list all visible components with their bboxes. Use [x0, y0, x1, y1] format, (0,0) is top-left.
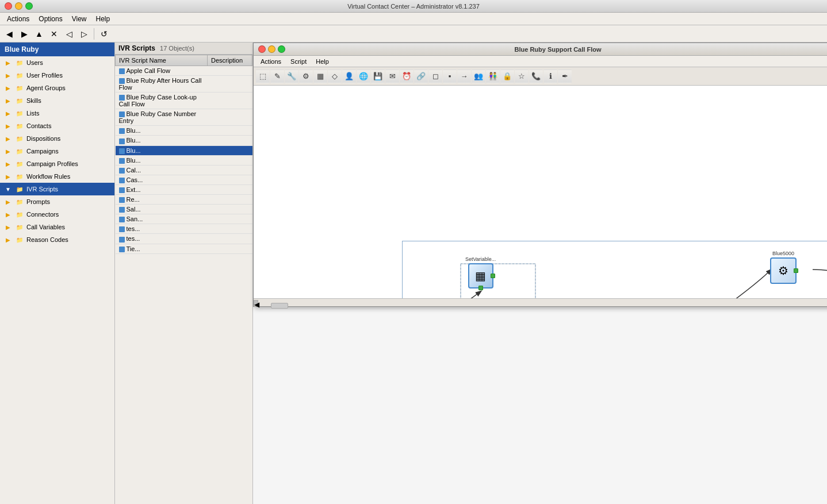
- folder-icon-5: ▶: [3, 109, 13, 118]
- tool-message[interactable]: ✉: [385, 70, 399, 83]
- editor-scrollbar-h[interactable]: ◀ ▶: [254, 298, 827, 306]
- tool-clock[interactable]: ⏰: [400, 70, 414, 83]
- ivr-table-row[interactable]: tes...: [116, 224, 252, 234]
- editor-window-controls[interactable]: [258, 45, 285, 53]
- tool-box1[interactable]: ◻: [428, 70, 442, 83]
- tool-star[interactable]: ☆: [515, 70, 529, 83]
- tool-arrow[interactable]: →: [457, 70, 471, 83]
- sidebar-item-user-profiles[interactable]: ▶ 📁 User Profiles: [0, 69, 114, 82]
- ivr-table-row[interactable]: Ext...: [116, 184, 252, 194]
- tool-group[interactable]: 👫: [486, 70, 500, 83]
- tool-save[interactable]: 💾: [371, 70, 385, 83]
- tool-diamond[interactable]: ◇: [328, 70, 342, 83]
- folder-icon-4: ▶: [3, 96, 13, 105]
- blue5000-conn-right[interactable]: [794, 268, 798, 273]
- sidebar-item-workflow-rules[interactable]: ▶ 📁 Workflow Rules: [0, 170, 114, 183]
- col-script-name: IVR Script Name: [116, 55, 208, 66]
- node-blue5000-box[interactable]: ⚙: [770, 257, 797, 284]
- tool-box2[interactable]: ▪: [443, 70, 457, 83]
- script-row-icon: [119, 226, 125, 232]
- tool-grid[interactable]: ▦: [313, 70, 327, 83]
- sidebar-item-users[interactable]: ▶ 📁 Users: [0, 56, 114, 69]
- tool-person[interactable]: 👤: [342, 70, 356, 83]
- ivr-list-panel: IVR Scripts 17 Object(s) IVR Script Name…: [115, 43, 253, 504]
- sidebar-item-connectors[interactable]: ▶ 📁 Connectors: [0, 208, 114, 221]
- ivr-table-row[interactable]: Re...: [116, 195, 252, 205]
- ivr-table-row[interactable]: Blue Ruby Case Number Entry: [116, 109, 252, 126]
- tool-select[interactable]: ⬚: [256, 70, 270, 83]
- ivr-table-row[interactable]: Blu...: [116, 155, 252, 165]
- editor-menu-script[interactable]: Script: [286, 57, 311, 66]
- ivr-table-row[interactable]: Blue Ruby After Hours Call Flow: [116, 76, 252, 93]
- sidebar-item-call-variables[interactable]: ▶ 📁 Call Variables: [0, 221, 114, 233]
- menu-help[interactable]: Help: [91, 14, 115, 24]
- ivr-table-row[interactable]: Sal...: [116, 205, 252, 214]
- tool-lock[interactable]: 🔒: [500, 70, 514, 83]
- ivr-table-row[interactable]: Blue Ruby Case Look-up Call Flow: [116, 93, 252, 109]
- sidebar-item-campaigns[interactable]: ▶ 📁 Campaigns: [0, 145, 114, 157]
- sidebar-item-agent-groups[interactable]: ▶ 📁 Agent Groups: [0, 82, 114, 94]
- tool-pen[interactable]: ✒: [558, 70, 572, 83]
- forward-button[interactable]: ▶: [17, 27, 31, 41]
- ivr-table-row[interactable]: tes...: [116, 234, 252, 244]
- tool-edit[interactable]: ✎: [270, 70, 284, 83]
- editor-max-btn[interactable]: [278, 45, 285, 53]
- folder-icon-11: ▶: [3, 197, 13, 206]
- tool-settings[interactable]: ⚙: [299, 70, 313, 83]
- setvariable-conn-right[interactable]: [491, 274, 495, 278]
- node-setvariable-box[interactable]: ▦: [468, 263, 493, 288]
- editor-menubar: Actions Script Help: [254, 56, 827, 67]
- sidebar-item-skills[interactable]: ▶ 📁 Skills: [0, 94, 114, 107]
- node-setvariable[interactable]: SetVariable... ▦: [465, 255, 496, 288]
- ivr-table-row[interactable]: Apple Call Flow: [116, 66, 252, 76]
- tool-globe[interactable]: 🌐: [357, 70, 370, 83]
- nav-left[interactable]: ◁: [62, 27, 76, 41]
- node-blue5000[interactable]: Blue5000 ⚙: [770, 249, 797, 284]
- close-button[interactable]: [5, 2, 12, 10]
- ivr-table-row[interactable]: Blu...: [116, 136, 252, 145]
- stop-button[interactable]: ✕: [47, 27, 61, 41]
- window-controls[interactable]: [5, 2, 33, 10]
- tool-wrench[interactable]: 🔧: [285, 70, 298, 83]
- tool-phone[interactable]: 📞: [529, 70, 543, 83]
- tool-info[interactable]: ℹ: [543, 70, 557, 83]
- refresh-button[interactable]: ↺: [97, 27, 111, 41]
- sidebar-item-campaign-profiles[interactable]: ▶ 📁 Campaign Profiles: [0, 157, 114, 170]
- setvariable-icon: ▦: [475, 269, 486, 283]
- scroll-left-arrow[interactable]: ◀: [254, 300, 258, 306]
- menu-view[interactable]: View: [67, 14, 91, 24]
- sidebar-item-ivr-scripts[interactable]: ▼ 📁 IVR Scripts: [0, 183, 114, 195]
- ivr-table-row[interactable]: Cas...: [116, 175, 252, 184]
- ivr-table-row[interactable]: Blu...: [116, 126, 252, 136]
- ivr-table-row[interactable]: San...: [116, 214, 252, 224]
- sidebar-item-contacts[interactable]: ▶ 📁 Contacts: [0, 120, 114, 132]
- sidebar-item-dispositions[interactable]: ▶ 📁 Dispositions: [0, 132, 114, 145]
- up-button[interactable]: ▲: [32, 27, 46, 41]
- back-button[interactable]: ◀: [2, 27, 16, 41]
- script-row-icon: [119, 207, 125, 213]
- ivr-table-row[interactable]: Tie...: [116, 244, 252, 253]
- minimize-button[interactable]: [15, 2, 22, 10]
- editor-close-btn[interactable]: [258, 45, 266, 53]
- sidebar-item-lists[interactable]: ▶ 📁 Lists: [0, 107, 114, 120]
- sidebar-item-reason-codes[interactable]: ▶ 📁 Reason Codes: [0, 233, 114, 246]
- maximize-button[interactable]: [25, 2, 33, 10]
- nav-right[interactable]: ▷: [77, 27, 91, 41]
- scroll-thumb-h[interactable]: [271, 303, 288, 309]
- lists-folder-icon: 📁: [15, 109, 24, 118]
- folder-icon-6: ▶: [3, 121, 13, 130]
- editor-min-btn[interactable]: [268, 45, 275, 53]
- tool-people[interactable]: 👥: [472, 70, 485, 83]
- folder-icon-10: ▶: [3, 172, 13, 181]
- menu-options[interactable]: Options: [34, 14, 67, 24]
- blue5000-icon: ⚙: [778, 264, 788, 278]
- tool-link[interactable]: 🔗: [414, 70, 428, 83]
- menu-actions[interactable]: Actions: [2, 14, 34, 24]
- setvariable-conn-bottom[interactable]: [478, 286, 483, 290]
- editor-menu-actions[interactable]: Actions: [256, 57, 286, 66]
- ivr-table-row[interactable]: Blu...: [116, 145, 252, 155]
- sidebar-item-prompts[interactable]: ▶ 📁 Prompts: [0, 195, 114, 208]
- ivr-table-row[interactable]: Cal...: [116, 165, 252, 175]
- prompts-folder-icon: 📁: [15, 197, 24, 206]
- editor-menu-help[interactable]: Help: [311, 57, 334, 66]
